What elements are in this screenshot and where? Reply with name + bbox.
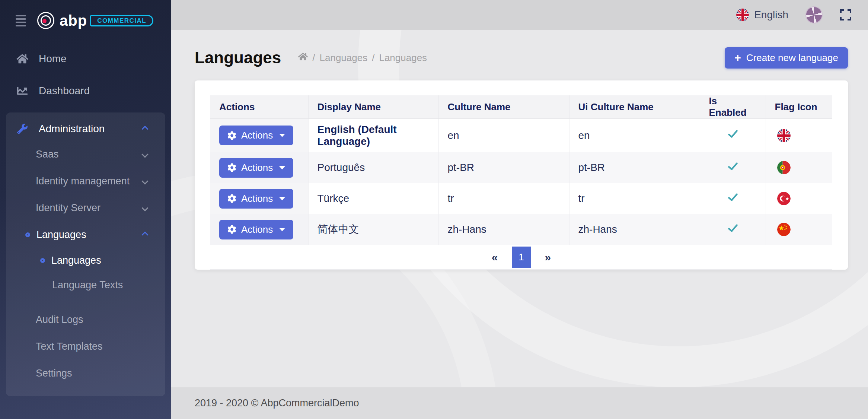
sidebar-item-identity-server[interactable]: Identity Server: [6, 194, 165, 221]
sidebar-item-administration[interactable]: Administration: [6, 117, 165, 141]
caret-down-icon: [279, 134, 285, 137]
menu-toggle-icon[interactable]: [16, 15, 26, 26]
footer: 2019 - 2020 © AbpCommercialDemo: [171, 387, 868, 419]
sidebar-item-identity-management[interactable]: Identity management: [6, 168, 165, 194]
ui-culture-name-cell: pt-BR: [569, 152, 700, 183]
chevron-up-icon: [141, 126, 148, 132]
plus-icon: +: [734, 52, 741, 63]
row-actions-button[interactable]: Actions: [219, 158, 293, 178]
actions-button-label: Actions: [241, 162, 273, 174]
sidebar-item-language-texts[interactable]: Language Texts: [6, 273, 165, 297]
ui-culture-name-cell: tr: [569, 183, 700, 214]
sidebar-menu: Home Dashboard Administration Saas: [0, 48, 171, 396]
home-icon: [16, 54, 29, 64]
create-new-language-button[interactable]: + Create new language: [725, 47, 848, 69]
flag-pt-icon: [777, 161, 791, 174]
sidebar-brand-row: abp COMMERCIAL: [0, 0, 171, 41]
app-root: abp COMMERCIAL Home Dashboard: [0, 0, 868, 419]
column-header-is-enabled: Is Enabled: [700, 95, 766, 119]
chevron-down-icon: [141, 178, 148, 184]
sidebar: abp COMMERCIAL Home Dashboard: [0, 0, 171, 419]
column-header-culture-name: Culture Name: [438, 95, 569, 119]
caret-down-icon: [279, 197, 285, 200]
flag-gb-icon: [777, 129, 791, 142]
create-button-label: Create new language: [746, 52, 838, 64]
sidebar-item-label: Identity management: [36, 175, 130, 187]
display-name-cell: Türkçe: [308, 183, 438, 214]
sidebar-item-home[interactable]: Home: [0, 48, 171, 70]
actions-button-label: Actions: [241, 130, 273, 141]
table-row: Actions English (Default Language) en en: [210, 119, 832, 152]
display-name-cell: English (Default Language): [317, 124, 397, 147]
column-header-flag-icon: Flag Icon: [766, 95, 832, 119]
sidebar-item-label: Dashboard: [39, 85, 90, 97]
breadcrumb-home-icon[interactable]: [298, 52, 308, 64]
caret-down-icon: [279, 228, 285, 231]
sidebar-item-text-templates[interactable]: Text Templates: [6, 333, 165, 360]
wrench-icon: [16, 124, 29, 134]
display-name-cell: 简体中文: [308, 214, 438, 245]
language-selector[interactable]: English: [736, 9, 788, 21]
gear-icon: [227, 163, 236, 172]
caret-down-icon: [279, 166, 285, 169]
sidebar-item-saas[interactable]: Saas: [6, 141, 165, 168]
check-icon: [727, 223, 738, 234]
breadcrumb: / Languages / Languages: [298, 52, 427, 64]
row-actions-button[interactable]: Actions: [219, 126, 293, 145]
uk-flag-icon: [736, 9, 749, 21]
bullet-ring-icon: [40, 258, 45, 263]
sidebar-item-settings[interactable]: Settings: [6, 360, 165, 387]
column-header-actions: Actions: [210, 95, 308, 119]
sidebar-item-label: Saas: [36, 149, 59, 160]
actions-button-label: Actions: [241, 193, 273, 204]
user-avatar[interactable]: [805, 6, 823, 23]
sidebar-item-label: Audit Logs: [36, 314, 83, 326]
column-header-ui-culture-name: Ui Culture Name: [569, 95, 700, 119]
breadcrumb-item[interactable]: Languages: [379, 52, 427, 64]
breadcrumb-item[interactable]: Languages: [320, 52, 368, 64]
culture-name-cell: tr: [438, 183, 569, 214]
brand-name: abp: [60, 13, 87, 28]
abp-logo-icon: [37, 12, 54, 29]
table-row: Actions Türkçe tr tr: [210, 183, 832, 214]
brand-logo[interactable]: abp COMMERCIAL: [37, 12, 153, 29]
sidebar-item-dashboard[interactable]: Dashboard: [0, 80, 171, 102]
flag-cn-icon: [777, 223, 791, 236]
pagination-page-1[interactable]: 1: [512, 247, 531, 268]
sidebar-item-label: Settings: [36, 368, 72, 379]
ui-culture-name-cell: en: [569, 119, 700, 152]
sidebar-item-label: Language Texts: [52, 279, 123, 291]
breadcrumb-separator: /: [372, 52, 374, 64]
culture-name-cell: zh-Hans: [438, 214, 569, 245]
languages-card: Actions Display Name Culture Name Ui Cul…: [195, 80, 848, 270]
sidebar-item-label: Identity Server: [36, 202, 100, 214]
table-row: Actions 简体中文 zh-Hans zh-Hans: [210, 214, 832, 245]
sidebar-group-administration: Administration Saas Identity management …: [6, 112, 165, 396]
sidebar-item-label: Administration: [39, 123, 105, 135]
sidebar-item-languages[interactable]: Languages: [6, 248, 165, 273]
sidebar-item-label: Languages: [51, 255, 101, 266]
ui-culture-name-cell: zh-Hans: [569, 214, 700, 245]
sidebar-item-audit-logs[interactable]: Audit Logs: [6, 306, 165, 333]
pagination-prev-button[interactable]: «: [492, 251, 498, 264]
fullscreen-icon[interactable]: [840, 9, 852, 21]
sidebar-item-label: Home: [39, 53, 67, 65]
gear-icon: [227, 194, 236, 203]
page-title: Languages: [195, 48, 281, 67]
bullet-ring-icon: [25, 232, 30, 237]
brand-badge: COMMERCIAL: [90, 15, 153, 26]
top-header: English: [171, 0, 868, 30]
main-area: English Languages / Languages / L: [171, 0, 868, 419]
check-icon: [727, 192, 738, 203]
breadcrumb-separator: /: [312, 52, 315, 64]
row-actions-button[interactable]: Actions: [219, 189, 293, 209]
display-name-cell: Português: [308, 152, 438, 183]
pagination-next-button[interactable]: »: [545, 251, 551, 264]
sidebar-item-languages-group[interactable]: Languages: [6, 221, 165, 248]
row-actions-button[interactable]: Actions: [219, 220, 293, 239]
table-header-row: Actions Display Name Culture Name Ui Cul…: [210, 95, 832, 119]
chevron-down-icon: [141, 151, 148, 158]
chevron-down-icon: [141, 204, 148, 211]
table-row: Actions Português pt-BR pt-BR: [210, 152, 832, 183]
flag-tr-icon: [777, 192, 791, 205]
